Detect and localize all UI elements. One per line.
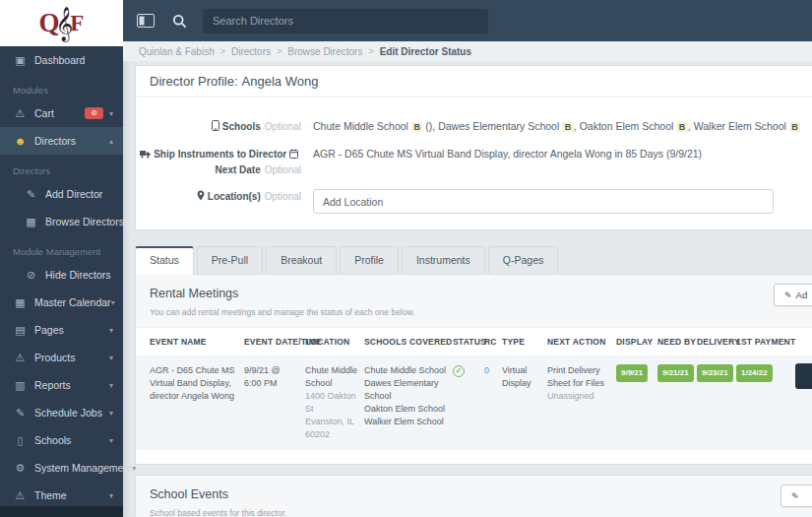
tab-instruments[interactable]: Instruments [402,246,485,274]
need-by-date-badge: 9/21/21 [657,364,694,382]
dashboard-icon: ▣ [13,55,28,66]
cart-hidden-badge: ⊘ [85,107,103,119]
row-action-button[interactable] [795,363,812,389]
edit-icon: ✎ [24,189,38,200]
truck-icon [140,148,151,162]
director-profile-panel: Director Profile:Angela Wong SchoolsOpti… [135,65,812,230]
rental-meetings-panel: Rental Meetings You can add rental meeti… [135,275,812,465]
table-footer-spacer [136,450,812,464]
chevron-down-icon: ▾ [109,491,113,500]
sidebar-section-modules: Modules [0,74,123,99]
chevron-down-icon: ▾ [109,381,113,390]
calendar-icon [289,148,298,162]
sidebar-item-schedule-jobs[interactable]: ✎ Schedule Jobs ▾ [0,399,123,426]
rc-count-link[interactable]: 0 [484,365,489,375]
cell-location: Chute Middle School 1400 Oakton St Evans… [305,355,364,450]
add-meeting-button[interactable]: ✎Ad [774,284,812,306]
sidebar: Q 𝄞 F ▣ Dashboard Modules ⚠ Cart ⊘ ▾ ☻ D… [0,0,123,517]
chevron-down-icon: ▾ [132,464,136,473]
sidebar-item-master-calendar[interactable]: ▦ Master Calendar ▾ [0,289,123,316]
tab-breakout[interactable]: Breakout [266,246,337,274]
cell-rc: 0 [484,355,502,386]
sidebar-footer [0,506,123,517]
breadcrumb-current: Edit Director Status [380,46,471,57]
sidebar-item-add-director[interactable]: ✎ Add Director [0,180,123,208]
status-check-icon: ✓ [453,365,465,377]
gears-icon: ⚙ [13,463,28,474]
breadcrumb-directors[interactable]: Directors [231,46,271,57]
sidebar-item-directors[interactable]: ☻ Directors ▴ [0,127,123,155]
phone-icon: ▯ [13,435,28,446]
col-1st-payment: 1ST PAYMENT [736,328,795,355]
cell-schools-covered: Chute Middle School Dawes Elementary Sch… [364,355,453,437]
chevron-down-icon: ▾ [109,409,113,418]
tab-pre-pull[interactable]: Pre-Pull [197,246,263,274]
eye-slash-icon: ⊘ [24,270,38,281]
school-badge-icon: B [676,122,688,132]
cell-display: 9/9/21 [616,355,657,391]
breadcrumb-separator: > [220,46,225,56]
locations-field-row: Location(s)Optional [136,186,812,214]
file-icon: ▤ [13,325,28,336]
optional-tag: Optional [265,121,301,132]
cell-1st-payment: 1/24/22 [736,355,795,391]
locations-label: Location(s) [208,191,261,202]
chevron-down-icon: ▾ [111,298,115,307]
warning-icon: ⚠ [13,490,28,501]
school-badge-icon: B [562,122,574,132]
rental-meetings-subtitle: You can add rental meetings and manage t… [150,307,804,317]
sidebar-item-dashboard[interactable]: ▣ Dashboard [0,46,123,74]
chevron-up-icon: ▴ [109,137,113,146]
col-status: STATUS [453,328,484,355]
tab-status[interactable]: Status [135,246,194,275]
rental-table-row: AGR - D65 Chute MS Virtual Band Display,… [136,355,812,450]
pencil-icon: ✎ [784,291,792,300]
tab-profile[interactable]: Profile [340,246,399,274]
sidebar-item-theme[interactable]: ⚠ Theme ▾ [0,482,123,509]
sidebar-section-directors: Directors [0,155,123,180]
main-content: Director Profile:Angela Wong SchoolsOpti… [123,61,812,517]
sidebar-item-browse-directors[interactable]: ▦ Browse Directors [0,208,123,235]
company-logo[interactable]: Q 𝄞 F [0,0,123,46]
chevron-down-icon: ▾ [109,354,113,362]
cell-next-action: Print Delivery Sheet for Files Unassigne… [547,355,616,412]
rental-meetings-header: Rental Meetings You can add rental meeti… [136,275,812,328]
pencil-icon: ✎ [13,408,28,419]
cell-need-by: 9/21/21 [657,355,697,391]
top-bar [123,0,812,41]
sidebar-item-system-management[interactable]: ⚙ System Management ▾ [0,454,123,482]
sidebar-item-cart[interactable]: ⚠ Cart ⊘ ▾ [0,99,123,127]
add-event-button[interactable]: ✎ [781,485,812,507]
add-location-input[interactable] [313,189,774,214]
school-events-panel: School Events School based events for th… [135,475,812,517]
col-schools-covered: SCHOOLS COVERED [364,328,453,355]
sidebar-item-products[interactable]: ⚠ Products ▾ [0,344,123,371]
next-date-label: Next Date [216,164,261,175]
sidebar-section-module-management: Module Management [0,235,123,261]
col-event-datetime: EVENT DATE/TIME [244,328,305,355]
search-input[interactable] [203,9,488,33]
sidebar-item-schools[interactable]: ▯ Schools ▾ [0,426,123,454]
col-event-name: EVENT NAME [136,328,244,355]
warning-icon: ⚠ [13,353,28,363]
tab-q-pages[interactable]: Q-Pages [488,246,558,274]
col-display: DISPLAY [616,328,657,355]
profile-fields: SchoolsOptional Chute Middle SchoolB (),… [136,97,812,229]
sidebar-item-pages[interactable]: ▤ Pages ▾ [0,316,123,344]
cell-delivery: 9/23/21 [697,355,736,391]
col-rc: RC [484,328,502,355]
col-need-by: NEED BY [657,328,697,355]
breadcrumb-browse-directors[interactable]: Browse Directors [287,46,362,57]
sidebar-item-hide-directors[interactable]: ⊘ Hide Directors [0,261,123,289]
school-events-subtitle: School based events for this director. [150,508,804,517]
search-icon[interactable] [172,14,187,29]
chevron-down-icon: ▾ [109,326,113,335]
sidebar-toggle-icon[interactable] [137,14,155,28]
sidebar-item-reports[interactable]: ▥ Reports ▾ [0,371,123,399]
breadcrumb-home[interactable]: Quinlan & Fabish [139,46,215,57]
col-type: TYPE [502,328,547,355]
rental-meetings-title: Rental Meetings [150,287,804,300]
tab-bar: Status Pre-Pull Breakout Profile Instrum… [135,246,812,275]
ship-instruments-value: AGR - D65 Chute MS Virtual Band Display,… [313,144,702,177]
ship-instruments-label: Ship Instruments to Director [154,149,286,160]
